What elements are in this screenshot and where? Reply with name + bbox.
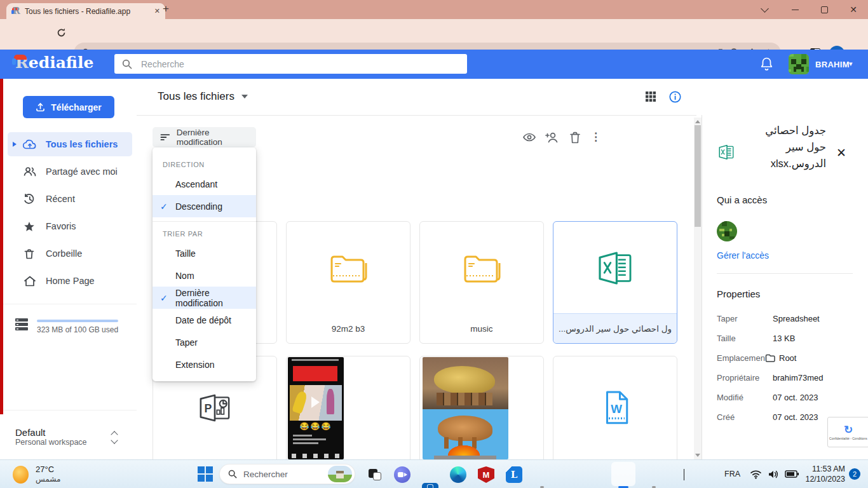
app-search-box[interactable] bbox=[114, 54, 467, 74]
workspace-type: Personal workspace bbox=[15, 438, 87, 447]
video-caption-banner bbox=[293, 366, 337, 381]
menu-item-date-depot[interactable]: Date de dépôt bbox=[153, 309, 256, 331]
weather-sun-icon[interactable] bbox=[13, 466, 29, 484]
manage-access-link[interactable]: Gérer l'accès bbox=[717, 250, 769, 261]
start-button[interactable] bbox=[198, 466, 213, 482]
more-actions-icon[interactable]: ⋮ bbox=[590, 130, 601, 144]
sidebar-item-home[interactable]: Home Page bbox=[8, 269, 132, 293]
ldplayer-button[interactable]: L bbox=[506, 466, 522, 483]
word-file-icon: W bbox=[599, 390, 631, 426]
property-row-owner: Propriétairebrahim73med bbox=[717, 373, 855, 383]
notification-count-badge[interactable]: 2 bbox=[849, 468, 860, 480]
rediafile-favicon-icon: R bbox=[11, 7, 20, 16]
taskbar-search[interactable]: Rechercher bbox=[219, 464, 355, 484]
file-card-video[interactable]: 😂😂😂 bbox=[286, 356, 410, 459]
workspace-toggle-icon[interactable] bbox=[112, 432, 117, 443]
weather-condition[interactable]: مشمس bbox=[36, 475, 60, 484]
tray-date: 12/10/2023 bbox=[802, 474, 845, 484]
window-close-button[interactable]: ✕ bbox=[843, 0, 864, 19]
info-icon[interactable] bbox=[669, 91, 681, 103]
notifications-bell-icon[interactable] bbox=[760, 57, 773, 71]
file-name: 92m2 b3 bbox=[287, 314, 410, 343]
expand-caret-icon[interactable] bbox=[13, 142, 17, 147]
scroll-down-icon[interactable] bbox=[695, 454, 700, 457]
wifi-icon[interactable] bbox=[750, 470, 762, 479]
recaptcha-icon: ↻ bbox=[844, 424, 853, 435]
workspace-switcher[interactable]: Default Personal workspace bbox=[15, 427, 87, 447]
window-maximize-button[interactable] bbox=[813, 0, 835, 19]
tab-search-icon[interactable] bbox=[754, 0, 775, 19]
user-menu-caret-icon[interactable]: ▾ bbox=[849, 60, 853, 68]
recaptcha-badge[interactable]: ↻ Confidentialité - Conditions bbox=[827, 417, 868, 447]
grid-view-icon[interactable] bbox=[645, 91, 656, 102]
new-tab-button[interactable]: + bbox=[163, 3, 169, 15]
sidebar-item-all-files[interactable]: Tous les fichiers bbox=[8, 132, 132, 156]
sort-button[interactable]: Dernière modification bbox=[153, 127, 256, 147]
teams-chat-button[interactable] bbox=[394, 466, 410, 483]
tray-time: 11:53 AM bbox=[802, 464, 845, 474]
sidebar-item-trash[interactable]: Corbeille bbox=[8, 241, 132, 266]
search-input[interactable] bbox=[140, 58, 459, 70]
tray-chevron-icon[interactable] bbox=[684, 469, 684, 480]
weather-temp[interactable]: 27°C bbox=[36, 464, 54, 474]
volume-icon[interactable] bbox=[768, 470, 779, 479]
file-card-spreadsheet-selected[interactable]: ...ول احصائي حول سير الدروس bbox=[553, 221, 677, 344]
screen: R Tous les fichiers - Rediafile.app ✕ + … bbox=[0, 0, 868, 488]
preview-eye-icon[interactable] bbox=[522, 130, 536, 144]
scrollbar[interactable] bbox=[694, 118, 702, 459]
file-name: music bbox=[420, 314, 543, 343]
menu-item-derniere-modification[interactable]: ✓Dernière modification bbox=[153, 287, 256, 309]
history-clock-icon bbox=[23, 194, 37, 205]
scroll-up-icon[interactable] bbox=[695, 120, 700, 123]
file-card-word[interactable]: W bbox=[553, 356, 677, 459]
menu-item-taper[interactable]: Taper bbox=[153, 331, 256, 353]
play-icon bbox=[311, 396, 320, 408]
scrollbar-thumb[interactable] bbox=[695, 125, 701, 227]
sort-menu: DIRECTION Ascendant ✓Descending TRIER PA… bbox=[153, 147, 256, 381]
menu-item-descending[interactable]: ✓Descending bbox=[153, 195, 256, 217]
rediafile-logo[interactable]: Rediafile bbox=[15, 53, 93, 72]
menu-item-ascendant[interactable]: Ascendant bbox=[153, 173, 256, 195]
upload-icon bbox=[36, 102, 45, 112]
share-person-add-icon[interactable] bbox=[545, 130, 560, 144]
username-label[interactable]: BRAHIM bbox=[815, 60, 850, 69]
battery-icon[interactable] bbox=[785, 470, 799, 478]
page-title-dropdown[interactable]: Tous les fichiers bbox=[158, 90, 248, 103]
edge-button[interactable] bbox=[450, 466, 466, 483]
file-card-images[interactable] bbox=[419, 356, 544, 459]
sort-button-label: Dernière modification bbox=[177, 128, 256, 147]
panel-divider bbox=[717, 273, 853, 274]
tray-language[interactable]: FRA bbox=[724, 470, 740, 478]
sidebar-item-shared[interactable]: Partagé avec moi bbox=[8, 159, 132, 184]
property-row-modified: Modifié07 oct. 2023 bbox=[717, 393, 855, 402]
tray-clock[interactable]: 11:53 AM 12/10/2023 bbox=[802, 464, 845, 484]
sort-icon bbox=[160, 133, 170, 142]
delete-trash-icon[interactable] bbox=[569, 130, 581, 144]
file-name: ...ول احصائي حول سير الدروس bbox=[553, 313, 677, 343]
image-thumbnail bbox=[423, 357, 508, 459]
menu-item-nom[interactable]: Nom bbox=[153, 264, 256, 287]
check-icon: ✓ bbox=[160, 293, 168, 303]
tab-close-icon[interactable]: ✕ bbox=[154, 7, 160, 15]
sidebar: Télécharger Tous les fichiers Partagé av… bbox=[0, 79, 137, 459]
sidebar-item-favorites[interactable]: Favoris bbox=[8, 214, 132, 238]
sidebar-item-recent[interactable]: Récent bbox=[8, 187, 132, 211]
tab-title: Tous les fichiers - Rediafile.app bbox=[25, 7, 150, 16]
property-row-type: TaperSpreadsheet bbox=[717, 314, 855, 323]
panel-close-icon[interactable]: ✕ bbox=[836, 146, 846, 160]
access-user-avatar[interactable] bbox=[717, 221, 737, 241]
menu-item-taille[interactable]: Taille bbox=[153, 242, 256, 264]
window-minimize-button[interactable] bbox=[784, 0, 806, 19]
reload-button[interactable] bbox=[56, 27, 67, 38]
microsoft-store-button[interactable] bbox=[422, 483, 438, 488]
folder-card-92m2-b3[interactable]: 92m2 b3 bbox=[286, 221, 410, 344]
upload-button[interactable]: Télécharger bbox=[23, 96, 114, 118]
browser-tab[interactable]: R Tous les fichiers - Rediafile.app ✕ bbox=[6, 3, 165, 19]
menu-item-extension[interactable]: Extension bbox=[153, 353, 256, 376]
task-view-button[interactable] bbox=[367, 466, 384, 483]
folder-card-music[interactable]: music bbox=[419, 221, 544, 344]
search-highlight-image[interactable] bbox=[328, 466, 352, 482]
user-avatar[interactable] bbox=[789, 54, 809, 74]
title-divider bbox=[137, 115, 696, 116]
mcafee-button[interactable]: M bbox=[478, 466, 494, 483]
